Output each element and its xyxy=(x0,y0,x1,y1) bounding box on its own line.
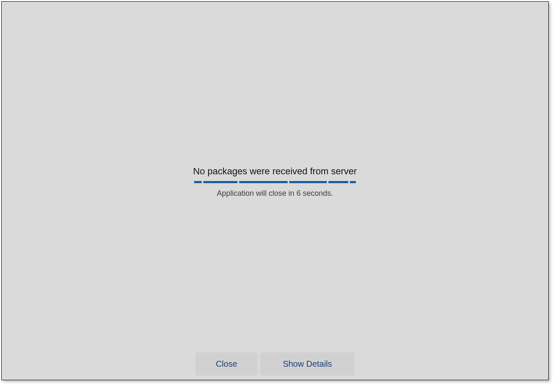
progress-segment xyxy=(194,181,202,183)
show-details-button[interactable]: Show Details xyxy=(260,352,355,376)
progress-segment xyxy=(203,181,237,183)
countdown-text: Application will close in 6 seconds. xyxy=(187,189,363,198)
progress-segment xyxy=(289,181,327,183)
button-row: Close Show Details xyxy=(195,352,355,376)
close-button[interactable]: Close xyxy=(195,352,258,376)
dialog-content: No packages were received from server Ap… xyxy=(187,166,363,198)
progress-bar xyxy=(194,181,356,183)
dialog-window: No packages were received from server Ap… xyxy=(1,1,549,380)
error-title: No packages were received from server xyxy=(187,166,363,177)
progress-segment xyxy=(328,181,348,183)
progress-segment xyxy=(239,181,288,183)
progress-segment xyxy=(350,181,356,183)
